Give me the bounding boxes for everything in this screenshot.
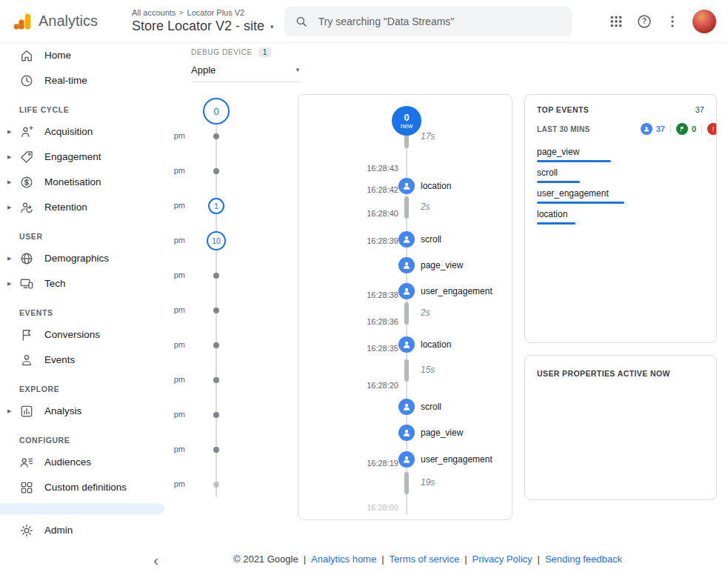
sidebar-section-configure: CONFIGURE — [0, 424, 170, 450]
event-person-icon — [398, 425, 415, 441]
counter-separator — [670, 124, 671, 134]
sidebar-item-label: Engagement — [44, 151, 101, 164]
minute-count-circle[interactable]: 1 — [208, 198, 224, 214]
seconds-stream-card: 0 new 17s16:28:43location16:28:422s16:28… — [298, 94, 512, 520]
sidebar-item-tech[interactable]: ▶Tech — [0, 271, 170, 296]
expand-caret-icon[interactable]: ▶ — [7, 129, 18, 135]
app-header: Analytics All accounts > Locator Plus V2… — [0, 0, 728, 43]
sidebar-section-life-cycle: LIFE CYCLE — [0, 93, 170, 119]
expand-caret-icon[interactable]: ▶ — [7, 205, 18, 210]
top-event-item-page-view[interactable]: page_view — [537, 147, 704, 162]
event-name: location — [421, 339, 451, 350]
sidebar-section-user: USER — [0, 220, 170, 246]
minute-dot — [213, 273, 219, 279]
minute-dot — [213, 342, 219, 348]
event-row-location[interactable]: location — [398, 178, 451, 194]
expand-caret-icon[interactable]: ▶ — [7, 281, 18, 287]
conversions-count-icon — [676, 123, 688, 135]
event-row-page-view[interactable]: page_view — [398, 425, 463, 441]
debug-device-count-badge: 1 — [258, 47, 272, 57]
event-person-icon — [398, 231, 415, 247]
duration-label: 15s — [421, 365, 435, 375]
conversions-icon — [19, 328, 34, 342]
footer-link-sending-feedback[interactable]: Sending feedback — [545, 554, 622, 565]
timeline-segment — [404, 302, 409, 325]
breadcrumb-all-accounts[interactable]: All accounts — [132, 8, 176, 17]
sidebar-item-analysis[interactable]: ▶Analysis — [0, 399, 170, 424]
top-event-item-scroll[interactable]: scroll — [537, 167, 704, 183]
property-selector[interactable]: Store Locator V2 - site ▾ — [132, 19, 274, 34]
top-event-item-location[interactable]: location — [537, 209, 704, 225]
sidebar-item-monetisation[interactable]: ▶Monetisation — [0, 170, 170, 195]
footer-link-analytics-home[interactable]: Analytics home — [311, 554, 376, 565]
sidebar-item-label: Custom definitions — [44, 482, 127, 494]
sidebar-item-retention[interactable]: ▶Retention — [0, 195, 170, 220]
minute-time-label: pm — [170, 270, 185, 279]
event-row-scroll[interactable]: scroll — [398, 231, 441, 247]
minute-time-label: pm — [170, 305, 185, 314]
event-row-user-engagement[interactable]: user_engagement — [398, 283, 492, 299]
top-events-card: TOP EVENTS 37 LAST 30 MINS 370 page_view… — [524, 94, 717, 343]
more-vert-icon[interactable] — [664, 13, 681, 30]
sidebar-item-label: Acquisition — [44, 126, 93, 139]
footer-link-privacy-policy[interactable]: Privacy Policy — [472, 554, 532, 565]
minute-time-label: pm — [170, 410, 185, 419]
footer-link-terms-of-service[interactable]: Terms of service — [390, 554, 460, 565]
event-row-scroll[interactable]: scroll — [398, 399, 441, 415]
expand-caret-icon[interactable]: ▶ — [7, 256, 18, 262]
audiences-icon — [19, 455, 34, 470]
top-events-window: LAST 30 MINS — [537, 125, 590, 133]
minute-count-circle[interactable]: 10 — [207, 231, 226, 250]
tech-icon — [19, 276, 34, 291]
sidebar-item-real-time[interactable]: Real-time — [0, 68, 170, 93]
demographics-icon — [19, 251, 34, 266]
breadcrumb-property[interactable]: Locator Plus V2 — [187, 8, 245, 17]
seconds-head-badge: 0 new — [392, 106, 421, 136]
sidebar-item-audiences[interactable]: Audiences — [0, 450, 170, 475]
sidebar-item-acquisition[interactable]: ▶Acquisition — [0, 119, 170, 144]
expand-caret-icon[interactable]: ▶ — [7, 154, 18, 160]
event-row-page-view[interactable]: page_view — [398, 257, 463, 273]
analytics-logo[interactable]: Analytics — [0, 11, 116, 32]
sidebar-item-custom-definitions[interactable]: Custom definitions — [0, 475, 170, 500]
event-name: scroll — [421, 402, 441, 412]
minute-time-label: pm — [170, 131, 185, 140]
event-row-location[interactable]: location — [398, 336, 451, 353]
admin-icon — [19, 523, 34, 538]
sidebar-section-events: EVENTS — [0, 296, 170, 322]
expand-caret-icon[interactable]: ▶ — [7, 179, 18, 185]
timestamp-label: 16:28:00 — [328, 503, 398, 512]
sidebar-selected-highlight[interactable] — [0, 503, 164, 514]
sidebar-item-home[interactable]: Home — [0, 43, 170, 68]
sidebar-item-demographics[interactable]: ▶Demographics — [0, 246, 170, 271]
chevron-down-icon: ▾ — [270, 23, 274, 30]
breadcrumb: All accounts > Locator Plus V2 — [132, 8, 274, 17]
event-row-user-engagement[interactable]: user_engagement — [398, 451, 492, 468]
expand-caret-icon[interactable]: ▶ — [7, 408, 18, 414]
timestamp-label: 16:28:40 — [328, 209, 398, 218]
sidebar-item-events[interactable]: Events — [0, 348, 170, 373]
event-person-icon — [398, 283, 415, 299]
top-event-item-user-engagement[interactable]: user_engagement — [537, 188, 704, 204]
sidebar-item-admin[interactable]: Admin — [0, 518, 170, 543]
timestamp-label: 16:28:42 — [328, 185, 398, 194]
counter-value-conversions: 0 — [692, 124, 696, 133]
monetisation-icon — [19, 175, 34, 190]
search-bar[interactable] — [284, 7, 572, 36]
search-input[interactable] — [317, 15, 561, 28]
sidebar-item-conversions[interactable]: Conversions — [0, 322, 170, 348]
top-event-bar — [537, 160, 611, 162]
help-icon[interactable]: ? — [636, 13, 652, 30]
device-dropdown[interactable]: Apple ▼ — [191, 60, 302, 82]
event-name: page_view — [421, 260, 463, 270]
avatar[interactable] — [692, 10, 716, 33]
top-event-bar — [537, 202, 624, 204]
sidebar: HomeReal-timeLIFE CYCLE▶Acquisition▶Enga… — [0, 43, 170, 575]
top-events-list: page_viewscrolluser_engagementlocation — [537, 147, 704, 225]
apps-grid-icon[interactable] — [608, 13, 624, 30]
clock-icon — [19, 73, 34, 88]
collapse-sidebar-icon[interactable]: ‹ — [153, 552, 158, 569]
minutes-head-count-circle[interactable]: 0 — [203, 98, 230, 124]
sidebar-item-label: Audiences — [44, 456, 91, 469]
sidebar-item-engagement[interactable]: ▶Engagement — [0, 144, 170, 170]
